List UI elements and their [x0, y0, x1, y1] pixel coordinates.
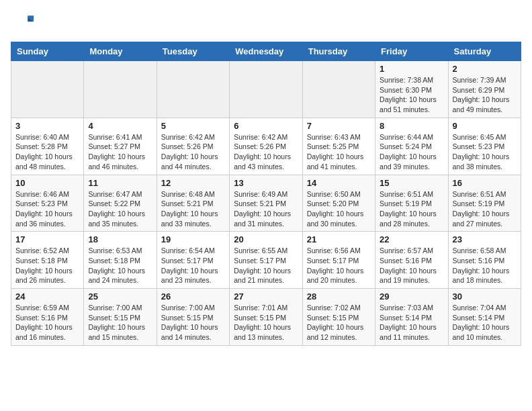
day-number: 22: [380, 234, 443, 244]
calendar-cell: [302, 61, 375, 118]
day-number: 5: [161, 121, 225, 131]
calendar-cell: 20Sunrise: 6:55 AM Sunset: 5:17 PM Dayli…: [230, 232, 302, 289]
day-info: Sunrise: 6:41 AM Sunset: 5:27 PM Dayligh…: [88, 132, 152, 172]
calendar-cell: 6Sunrise: 6:42 AM Sunset: 5:26 PM Daylig…: [230, 118, 302, 175]
day-info: Sunrise: 6:51 AM Sunset: 5:19 PM Dayligh…: [453, 189, 517, 229]
calendar-cell: 11Sunrise: 6:47 AM Sunset: 5:22 PM Dayli…: [84, 175, 157, 232]
day-number: 24: [15, 291, 79, 302]
day-number: 28: [307, 291, 371, 302]
day-info: Sunrise: 6:54 AM Sunset: 5:17 PM Dayligh…: [161, 246, 225, 285]
day-info: Sunrise: 6:56 AM Sunset: 5:17 PM Dayligh…: [307, 246, 371, 285]
calendar-cell: 21Sunrise: 6:56 AM Sunset: 5:17 PM Dayli…: [302, 232, 375, 289]
day-info: Sunrise: 6:58 AM Sunset: 5:16 PM Dayligh…: [453, 246, 517, 285]
day-number: 8: [380, 121, 443, 131]
day-info: Sunrise: 6:57 AM Sunset: 5:16 PM Dayligh…: [380, 246, 443, 285]
day-number: 17: [15, 234, 79, 244]
day-number: 20: [234, 234, 298, 244]
day-info: Sunrise: 7:39 AM Sunset: 6:29 PM Dayligh…: [453, 75, 517, 115]
calendar-cell: 5Sunrise: 6:42 AM Sunset: 5:26 PM Daylig…: [157, 118, 229, 175]
day-info: Sunrise: 6:50 AM Sunset: 5:20 PM Dayligh…: [307, 189, 371, 229]
day-number: 7: [307, 121, 371, 131]
calendar-cell: 17Sunrise: 6:52 AM Sunset: 5:18 PM Dayli…: [11, 232, 84, 289]
weekday-header-saturday: Saturday: [448, 42, 521, 61]
day-number: 16: [453, 178, 517, 188]
day-info: Sunrise: 6:53 AM Sunset: 5:18 PM Dayligh…: [88, 246, 152, 285]
day-number: 23: [453, 234, 517, 244]
calendar-week-row: 17Sunrise: 6:52 AM Sunset: 5:18 PM Dayli…: [11, 232, 521, 289]
day-info: Sunrise: 7:00 AM Sunset: 5:15 PM Dayligh…: [161, 303, 225, 342]
day-info: Sunrise: 7:02 AM Sunset: 5:15 PM Dayligh…: [307, 303, 371, 342]
day-info: Sunrise: 6:52 AM Sunset: 5:18 PM Dayligh…: [15, 246, 79, 285]
day-info: Sunrise: 6:49 AM Sunset: 5:21 PM Dayligh…: [234, 189, 298, 229]
calendar-cell: 18Sunrise: 6:53 AM Sunset: 5:18 PM Dayli…: [84, 232, 157, 289]
calendar-cell: 27Sunrise: 7:01 AM Sunset: 5:15 PM Dayli…: [230, 289, 302, 346]
day-info: Sunrise: 6:59 AM Sunset: 5:16 PM Dayligh…: [15, 303, 79, 342]
calendar-table: SundayMondayTuesdayWednesdayThursdayFrid…: [11, 42, 521, 346]
calendar-week-row: 24Sunrise: 6:59 AM Sunset: 5:16 PM Dayli…: [11, 289, 521, 346]
calendar-cell: [230, 61, 302, 118]
day-info: Sunrise: 6:55 AM Sunset: 5:17 PM Dayligh…: [234, 246, 298, 285]
day-info: Sunrise: 6:45 AM Sunset: 5:23 PM Dayligh…: [453, 132, 517, 172]
calendar-cell: 14Sunrise: 6:50 AM Sunset: 5:20 PM Dayli…: [302, 175, 375, 232]
day-info: Sunrise: 6:43 AM Sunset: 5:25 PM Dayligh…: [307, 132, 371, 172]
weekday-header-monday: Monday: [84, 42, 157, 61]
weekday-header-sunday: Sunday: [11, 42, 84, 61]
calendar-cell: 26Sunrise: 7:00 AM Sunset: 5:15 PM Dayli…: [157, 289, 229, 346]
calendar-cell: [157, 61, 229, 118]
day-info: Sunrise: 6:46 AM Sunset: 5:23 PM Dayligh…: [15, 189, 79, 229]
day-info: Sunrise: 6:47 AM Sunset: 5:22 PM Dayligh…: [88, 189, 152, 229]
calendar-cell: 4Sunrise: 6:41 AM Sunset: 5:27 PM Daylig…: [84, 118, 157, 175]
calendar-cell: 19Sunrise: 6:54 AM Sunset: 5:17 PM Dayli…: [157, 232, 229, 289]
day-number: 6: [234, 121, 298, 131]
day-number: 27: [234, 291, 298, 302]
calendar-cell: 7Sunrise: 6:43 AM Sunset: 5:25 PM Daylig…: [302, 118, 375, 175]
calendar-cell: 1Sunrise: 7:38 AM Sunset: 6:30 PM Daylig…: [375, 61, 448, 118]
day-number: 1: [380, 64, 443, 74]
day-number: 14: [307, 178, 371, 188]
day-info: Sunrise: 6:51 AM Sunset: 5:19 PM Dayligh…: [380, 189, 443, 229]
day-number: 10: [15, 178, 79, 188]
day-number: 11: [88, 178, 152, 188]
day-number: 3: [15, 121, 79, 131]
calendar-cell: 28Sunrise: 7:02 AM Sunset: 5:15 PM Dayli…: [302, 289, 375, 346]
day-info: Sunrise: 7:00 AM Sunset: 5:15 PM Dayligh…: [88, 303, 152, 342]
calendar-cell: 8Sunrise: 6:44 AM Sunset: 5:24 PM Daylig…: [375, 118, 448, 175]
day-number: 18: [88, 234, 152, 244]
day-info: Sunrise: 6:42 AM Sunset: 5:26 PM Dayligh…: [161, 132, 225, 172]
weekday-header-friday: Friday: [375, 42, 448, 61]
day-info: Sunrise: 6:40 AM Sunset: 5:28 PM Dayligh…: [15, 132, 79, 172]
calendar-cell: 24Sunrise: 6:59 AM Sunset: 5:16 PM Dayli…: [11, 289, 84, 346]
day-info: Sunrise: 6:48 AM Sunset: 5:21 PM Dayligh…: [161, 189, 225, 229]
logo-icon: [11, 11, 35, 35]
day-number: 4: [88, 121, 152, 131]
day-info: Sunrise: 7:04 AM Sunset: 5:14 PM Dayligh…: [453, 303, 517, 342]
day-number: 2: [453, 64, 517, 74]
calendar-week-row: 3Sunrise: 6:40 AM Sunset: 5:28 PM Daylig…: [11, 118, 521, 175]
calendar-week-row: 1Sunrise: 7:38 AM Sunset: 6:30 PM Daylig…: [11, 61, 521, 118]
page-header: [11, 11, 521, 35]
day-number: 9: [453, 121, 517, 131]
day-number: 29: [380, 291, 443, 302]
logo: [11, 11, 38, 35]
day-info: Sunrise: 7:38 AM Sunset: 6:30 PM Dayligh…: [380, 75, 443, 115]
calendar-cell: 12Sunrise: 6:48 AM Sunset: 5:21 PM Dayli…: [157, 175, 229, 232]
calendar-cell: [11, 61, 84, 118]
calendar-cell: 25Sunrise: 7:00 AM Sunset: 5:15 PM Dayli…: [84, 289, 157, 346]
calendar-cell: 3Sunrise: 6:40 AM Sunset: 5:28 PM Daylig…: [11, 118, 84, 175]
calendar-cell: 29Sunrise: 7:03 AM Sunset: 5:14 PM Dayli…: [375, 289, 448, 346]
day-number: 25: [88, 291, 152, 302]
calendar-cell: 13Sunrise: 6:49 AM Sunset: 5:21 PM Dayli…: [230, 175, 302, 232]
day-number: 13: [234, 178, 298, 188]
weekday-header-wednesday: Wednesday: [230, 42, 302, 61]
day-number: 21: [307, 234, 371, 244]
calendar-cell: [84, 61, 157, 118]
weekday-header-row: SundayMondayTuesdayWednesdayThursdayFrid…: [11, 42, 521, 61]
calendar-cell: 22Sunrise: 6:57 AM Sunset: 5:16 PM Dayli…: [375, 232, 448, 289]
calendar-cell: 16Sunrise: 6:51 AM Sunset: 5:19 PM Dayli…: [448, 175, 521, 232]
calendar-week-row: 10Sunrise: 6:46 AM Sunset: 5:23 PM Dayli…: [11, 175, 521, 232]
day-number: 12: [161, 178, 225, 188]
calendar-cell: 15Sunrise: 6:51 AM Sunset: 5:19 PM Dayli…: [375, 175, 448, 232]
day-number: 19: [161, 234, 225, 244]
calendar-cell: 9Sunrise: 6:45 AM Sunset: 5:23 PM Daylig…: [448, 118, 521, 175]
day-number: 26: [161, 291, 225, 302]
